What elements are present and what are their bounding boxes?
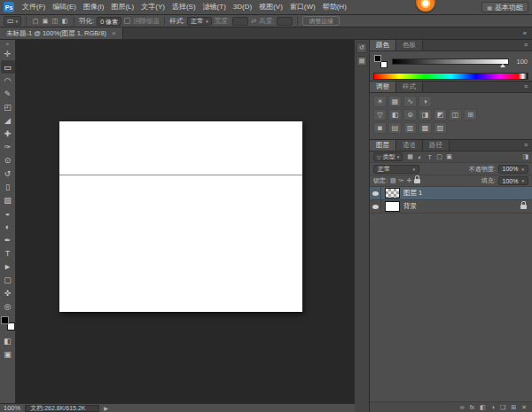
tab-color[interactable]: 颜色	[370, 40, 396, 51]
width-input[interactable]	[232, 17, 248, 26]
visibility-eye-icon[interactable]	[370, 187, 381, 199]
menu-item[interactable]: 编辑(E)	[49, 3, 80, 11]
toolbar-collapse-icon[interactable]: «	[6, 41, 9, 47]
selective-color-icon[interactable]: ▨	[434, 122, 447, 134]
layer-thumbnail[interactable]	[385, 188, 400, 198]
channel-mixer-icon[interactable]: ◫	[449, 109, 462, 120]
feather-input[interactable]: 0 像素	[97, 17, 121, 26]
quick-mask-button[interactable]: ◧	[1, 334, 15, 347]
color-spectrum-ramp[interactable]	[373, 73, 528, 80]
filter-type-layers-icon[interactable]: T	[425, 152, 434, 161]
threshold-icon[interactable]: ▥	[403, 122, 417, 134]
antialias-checkbox[interactable]	[124, 18, 130, 24]
app-logo[interactable]: Ps	[4, 2, 14, 12]
blur-tool[interactable]: ◒	[1, 206, 15, 220]
layer-effects-icon[interactable]: fx	[470, 404, 474, 410]
curves-icon[interactable]: ∿	[403, 96, 417, 107]
swap-width-height-icon[interactable]: ⇄	[251, 17, 256, 25]
clone-stamp-tool[interactable]: ⊙	[1, 153, 15, 167]
foreground-color-swatch[interactable]	[374, 55, 381, 62]
menu-item[interactable]: 图层(L)	[107, 3, 137, 11]
filter-pixel-layers-icon[interactable]: ▦	[405, 152, 415, 161]
zoom-tool[interactable]: ◎	[1, 299, 15, 313]
brush-tool[interactable]: ✑	[1, 140, 15, 153]
healing-brush-tool[interactable]: ✚	[1, 127, 15, 140]
filter-kind-select[interactable]: ▽ 类型 ▾	[373, 152, 403, 161]
tab-swatches[interactable]: 色板	[396, 40, 423, 51]
rect-shape-tool[interactable]: ▢	[1, 273, 15, 286]
vibrance-icon[interactable]: ▽	[373, 109, 387, 120]
tab-styles[interactable]: 样式	[396, 82, 423, 92]
fill-input[interactable]: 100% ▾	[498, 176, 528, 185]
properties-panel-icon[interactable]: ▤	[356, 56, 367, 66]
pen-tool[interactable]: ✒	[1, 233, 15, 246]
new-selection-icon[interactable]: ▢	[31, 17, 40, 26]
path-selection-tool[interactable]: ►	[1, 260, 15, 273]
tab-close-icon[interactable]: ×	[112, 29, 116, 37]
foreground-color-swatch[interactable]	[1, 316, 9, 324]
canvas-area[interactable]	[16, 40, 355, 403]
layer-row[interactable]: 背景	[370, 200, 532, 214]
panel-menu-icon[interactable]: ≡	[520, 82, 532, 92]
lock-position-icon[interactable]: ✛	[406, 177, 411, 184]
document-canvas[interactable]	[59, 121, 302, 312]
blend-mode-select[interactable]: 正常 ▾	[373, 165, 419, 174]
color-balance-icon[interactable]: ⊜	[403, 109, 417, 120]
lasso-tool[interactable]: ◠	[1, 74, 15, 87]
eraser-tool[interactable]: ▯	[1, 180, 15, 193]
add-selection-icon[interactable]: ▣	[41, 17, 50, 26]
crop-tool[interactable]: ◰	[1, 100, 15, 113]
background-color-swatch[interactable]	[380, 61, 387, 68]
refine-edge-button[interactable]: 调整边缘	[302, 16, 340, 26]
panel-menu-icon[interactable]: ≡	[520, 140, 532, 151]
workspace-switcher-button[interactable]: ▦ 基本功能	[481, 2, 528, 12]
levels-icon[interactable]: ▦	[388, 96, 402, 107]
exposure-icon[interactable]: ◑	[419, 96, 432, 107]
height-input[interactable]	[277, 17, 293, 26]
eyedropper-tool[interactable]: ◢	[1, 113, 15, 127]
foreground-background-swatches[interactable]	[374, 55, 387, 68]
menu-item[interactable]: 滤镜(T)	[200, 3, 230, 11]
add-layer-mask-icon[interactable]: ◧	[480, 404, 486, 410]
menu-item[interactable]: 文件(F)	[19, 3, 49, 11]
layer-thumbnail[interactable]	[385, 201, 400, 212]
gradient-map-icon[interactable]: ▩	[419, 122, 432, 134]
history-brush-tool[interactable]: ↺	[1, 167, 15, 180]
menu-item[interactable]: 帮助(H)	[319, 3, 350, 11]
filter-adjustment-layers-icon[interactable]: ◐	[415, 152, 425, 161]
lock-all-icon[interactable]	[414, 179, 420, 183]
menu-item[interactable]: 3D(D)	[230, 3, 255, 11]
menu-item[interactable]: 文字(Y)	[137, 3, 168, 11]
quick-selection-tool[interactable]: ✎	[1, 87, 15, 100]
menu-item[interactable]: 窗口(W)	[286, 3, 319, 11]
layer-row[interactable]: 图层 1	[370, 187, 532, 200]
zoom-level[interactable]: 100%	[4, 404, 20, 412]
lock-transparency-icon[interactable]: ▨	[390, 177, 396, 184]
move-tool[interactable]: ✛	[1, 47, 15, 60]
delete-layer-icon[interactable]: ✕	[521, 404, 527, 410]
screen-mode-button[interactable]: ▣	[1, 347, 15, 361]
tab-channels[interactable]: 通道	[396, 140, 423, 151]
slider-thumb-icon[interactable]	[500, 64, 505, 67]
menu-item[interactable]: 视图(V)	[255, 3, 286, 11]
color-lookup-icon[interactable]: ⊞	[464, 109, 477, 120]
rect-marquee-tool[interactable]: ▭	[1, 60, 15, 74]
posterize-icon[interactable]: ▤	[388, 122, 402, 134]
status-expand-icon[interactable]: ▶	[104, 405, 108, 411]
tab-layers[interactable]: 图层	[370, 140, 396, 151]
hand-tool[interactable]: ✜	[1, 286, 15, 299]
style-select[interactable]: 正常 ▾	[187, 17, 212, 26]
lock-pixels-icon[interactable]: ✑	[399, 177, 404, 184]
hue-saturation-icon[interactable]: ◧	[388, 109, 402, 120]
gradient-tool[interactable]: ▧	[1, 193, 15, 206]
filter-toggle-icon[interactable]: ◨	[522, 153, 528, 160]
new-layer-icon[interactable]: ⊞	[511, 404, 516, 410]
menu-item[interactable]: 图像(I)	[80, 3, 108, 11]
photo-filter-icon[interactable]: ◩	[434, 109, 447, 120]
link-layers-icon[interactable]: ∞	[460, 404, 465, 410]
history-panel-icon[interactable]: ↺	[356, 43, 367, 53]
invert-icon[interactable]: ◙	[373, 122, 387, 134]
filter-smart-objects-icon[interactable]: ▣	[444, 152, 454, 161]
tab-adjustments[interactable]: 调整	[370, 82, 396, 92]
brightness-contrast-icon[interactable]: ☀	[373, 96, 387, 107]
